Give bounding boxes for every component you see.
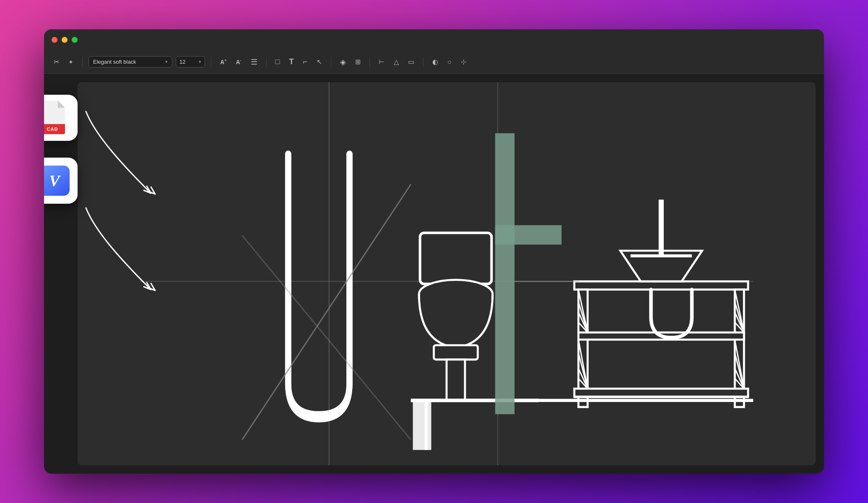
circle-tool[interactable]: ○ [444,56,455,68]
visio-icon-inner: V [44,166,70,196]
align-tool[interactable]: ☰ [248,55,260,69]
cad-fold [58,101,65,108]
cad-badge-label: CAD [47,127,58,132]
pointer-tool[interactable]: ↖ [314,56,325,68]
divider-2 [211,57,211,67]
svg-rect-16 [495,133,515,414]
transform-tool[interactable]: ⊹ [458,56,469,68]
panel-tool[interactable]: ▭ [405,56,417,68]
font-name-label: Elegant soft black [93,59,136,65]
cad-file-graphic: CAD [44,101,69,135]
close-button[interactable] [52,37,57,43]
cad-drawing [78,82,816,465]
maximize-button[interactable] [72,37,78,43]
divider-6 [423,57,424,67]
align-objects-tool[interactable]: ⊢ [376,56,387,68]
text-increase-tool[interactable]: A+ [217,56,229,67]
fill-tool[interactable]: ◐ [429,56,441,68]
visio-icon-container: V [44,158,78,204]
rectangle-tool[interactable]: □ [273,55,283,68]
toolbar: ✂ ✦ Elegant soft black ▾ 12 ▾ A+ A- ☰ □ … [44,50,824,74]
cad-app-icon[interactable]: CAD [44,95,78,141]
cad-canvas-area[interactable] [78,82,816,465]
main-content: CAD V [44,74,824,474]
minimize-button[interactable] [62,37,68,43]
font-dropdown-arrow[interactable]: ▾ [165,59,168,65]
svg-line-5 [242,184,411,440]
svg-rect-14 [413,399,431,450]
visio-letter: V [49,171,60,190]
scissors-tool[interactable]: ✂ [51,56,62,68]
svg-rect-11 [434,345,478,360]
divider-4 [331,57,331,67]
svg-rect-7 [420,233,492,284]
divider-1 [82,57,83,67]
titlebar [44,29,824,50]
size-dropdown-arrow[interactable]: ▾ [199,59,201,65]
font-size-label: 12 [179,59,185,65]
floating-icons: CAD V [44,95,78,204]
magic-wand-tool[interactable]: ✦ [65,57,76,67]
visio-app-icon[interactable]: V [44,158,78,204]
divider-3 [266,57,267,67]
svg-rect-18 [574,281,748,289]
svg-line-6 [242,236,411,440]
cad-icon-container: CAD [44,95,78,141]
font-size-selector[interactable]: 12 ▾ [176,56,205,67]
divider-5 [369,57,370,67]
cad-badge: CAD [44,124,65,134]
svg-rect-17 [495,225,561,244]
layers-tool[interactable]: ◈ [337,55,349,69]
triangle-tool[interactable]: △ [391,56,402,68]
text-decrease-tool[interactable]: A- [233,56,244,67]
font-selector[interactable]: Elegant soft black ▾ [88,56,172,67]
main-window: ✂ ✦ Elegant soft black ▾ 12 ▾ A+ A- ☰ □ … [44,29,824,474]
image-tool[interactable]: ⊞ [352,56,364,68]
text-tool[interactable]: T [286,55,296,68]
svg-rect-12 [447,360,465,400]
connector-tool[interactable]: ⌐ [300,55,310,68]
